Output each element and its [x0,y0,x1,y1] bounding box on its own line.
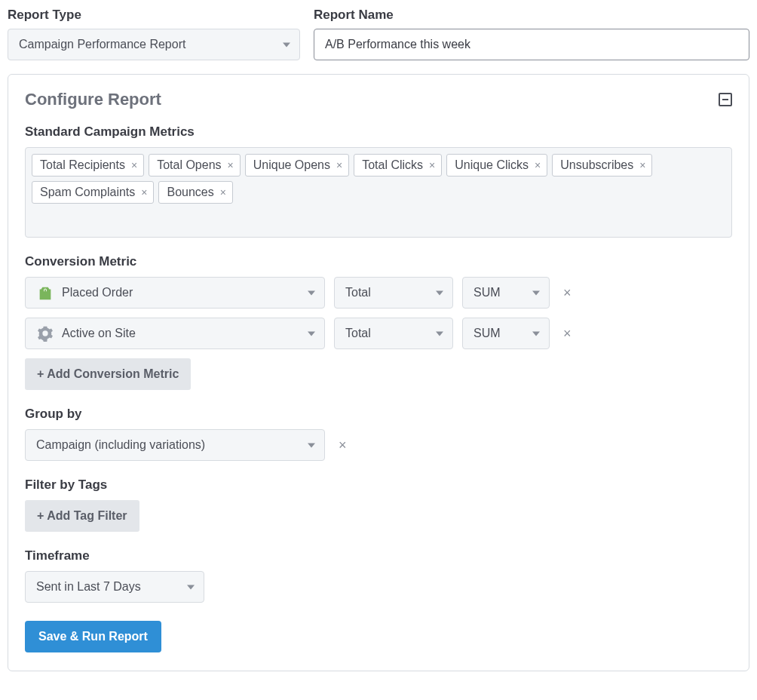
metric-tag[interactable]: Unique Clicks× [446,154,547,177]
remove-row-icon[interactable]: × [559,327,576,340]
metric-tag[interactable]: Bounces× [158,181,232,204]
report-type-select[interactable]: Campaign Performance Report [8,29,300,60]
tag-remove-icon[interactable]: × [131,160,137,170]
remove-row-icon[interactable]: × [334,438,351,452]
caret-down-icon [283,43,290,48]
tag-remove-icon[interactable]: × [429,160,435,170]
panel-title: Configure Report [25,90,161,109]
tag-remove-icon[interactable]: × [228,160,234,170]
report-name-label: Report Name [314,8,749,23]
conversion-metric-select[interactable]: Placed Order [25,277,325,309]
filter-tags-label: Filter by Tags [25,477,732,493]
tag-remove-icon[interactable]: × [639,160,645,170]
tag-remove-icon[interactable]: × [220,187,226,198]
caret-down-icon [532,291,540,296]
groupby-value: Campaign (including variations) [36,438,205,452]
metric-tag-label: Unsubscribes [560,158,633,172]
metric-tag-label: Total Clicks [362,158,423,172]
metric-tag[interactable]: Unique Opens× [245,154,349,177]
conversion-mode-value: Total [345,286,371,299]
conversion-agg-value: SUM [474,327,501,340]
gear-icon [36,324,54,342]
report-type-field: Report Type Campaign Performance Report [8,8,300,60]
report-name-field: Report Name [314,8,749,60]
metric-tag[interactable]: Total Opens× [149,154,241,177]
metric-tag[interactable]: Total Recipients× [32,154,144,177]
remove-row-icon[interactable]: × [559,286,576,299]
groupby-label: Group by [25,407,732,422]
conversion-agg-select[interactable]: SUM [462,318,550,349]
timeframe-value: Sent in Last 7 Days [36,580,141,594]
conversion-label: Conversion Metric [25,254,732,269]
standard-metrics-label: Standard Campaign Metrics [25,124,732,140]
tag-remove-icon[interactable]: × [141,187,147,198]
conversion-mode-select[interactable]: Total [334,318,453,349]
tag-remove-icon[interactable]: × [535,160,541,170]
conversion-row: Active on Site Total SUM × [25,318,732,349]
conversion-metric-select[interactable]: Active on Site [25,318,325,349]
configure-report-panel: Configure Report Standard Campaign Metri… [8,74,749,671]
metric-tag[interactable]: Unsubscribes× [552,154,652,177]
timeframe-label: Timeframe [25,548,732,563]
metric-tag-label: Unique Opens [253,158,330,172]
metric-tag-label: Unique Clicks [455,158,529,172]
report-type-label: Report Type [8,8,300,23]
metric-tag-label: Bounces [167,186,213,199]
conversion-agg-select[interactable]: SUM [462,277,550,309]
groupby-select[interactable]: Campaign (including variations) [25,429,325,461]
conversion-mode-value: Total [345,327,371,340]
report-type-value: Campaign Performance Report [19,38,185,51]
report-name-input[interactable] [314,29,749,60]
save-run-report-button[interactable]: Save & Run Report [25,621,161,652]
caret-down-icon [308,444,315,448]
timeframe-select[interactable]: Sent in Last 7 Days [25,571,204,603]
conversion-agg-value: SUM [474,286,501,299]
top-row: Report Type Campaign Performance Report … [8,8,749,60]
caret-down-icon [436,291,443,296]
collapse-icon[interactable] [719,93,732,106]
conversion-row: Placed Order Total SUM × [25,277,732,309]
caret-down-icon [308,332,315,336]
standard-metrics-well[interactable]: Total Recipients× Total Opens× Unique Op… [25,147,732,238]
caret-down-icon [436,332,443,336]
shopify-icon [36,284,54,302]
caret-down-icon [187,585,195,590]
caret-down-icon [532,332,540,336]
metric-tag[interactable]: Spam Complaints× [32,181,154,204]
tag-remove-icon[interactable]: × [336,160,342,170]
caret-down-icon [308,291,315,296]
metric-tag-label: Spam Complaints [40,186,135,199]
add-tag-filter-button[interactable]: + Add Tag Filter [25,500,139,532]
conversion-mode-select[interactable]: Total [334,277,453,309]
metric-tag-label: Total Opens [157,158,221,172]
add-conversion-metric-button[interactable]: + Add Conversion Metric [25,358,191,390]
panel-header: Configure Report [25,90,732,109]
metric-tag[interactable]: Total Clicks× [354,154,442,177]
groupby-row: Campaign (including variations) × [25,429,732,461]
conversion-metric-value: Active on Site [62,327,136,340]
conversion-metric-value: Placed Order [62,286,133,299]
metric-tag-label: Total Recipients [40,158,125,172]
